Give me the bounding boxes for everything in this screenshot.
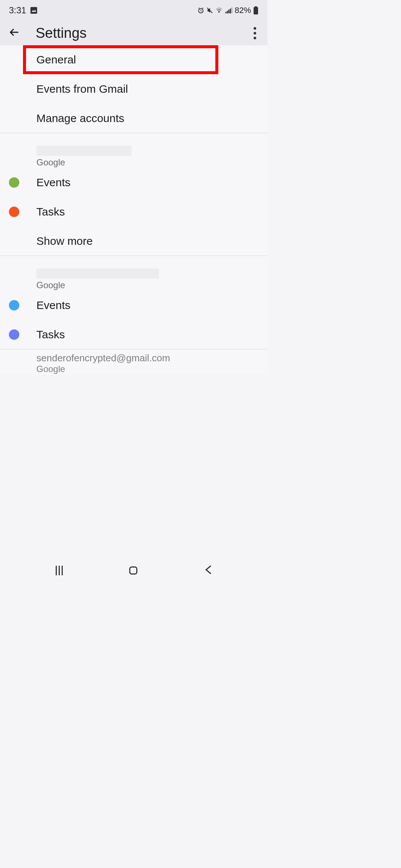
settings-item-events-gmail[interactable]: Events from Gmail	[0, 74, 267, 103]
settings-item-label: Events from Gmail	[36, 83, 128, 95]
calendar-color-dot	[9, 177, 19, 188]
calendar-color-dot	[9, 300, 19, 310]
account-section-1: Google Events Tasks Show more	[0, 133, 267, 256]
top-section: General Events from Gmail Manage account…	[0, 45, 267, 133]
status-bar: 3:31 82%	[0, 0, 267, 21]
svg-rect-5	[228, 10, 229, 13]
calendar-color-dot	[9, 207, 19, 217]
battery-icon	[253, 6, 258, 14]
settings-item-label: Manage accounts	[36, 112, 124, 125]
back-arrow-icon[interactable]	[8, 26, 20, 40]
svg-point-2	[218, 12, 219, 13]
calendar-item-tasks[interactable]: Tasks	[0, 320, 267, 349]
svg-rect-8	[255, 6, 257, 7]
more-icon[interactable]	[251, 24, 259, 42]
account-provider-label: Google	[36, 280, 267, 290]
svg-rect-0	[30, 7, 37, 14]
svg-rect-10	[254, 9, 257, 14]
calendar-item-events[interactable]: Events	[0, 290, 267, 320]
account-email-partial: senderofencrypted@gmail.com	[0, 349, 267, 364]
calendar-item-label: Tasks	[36, 206, 65, 218]
nav-home-icon[interactable]	[129, 566, 137, 575]
svg-rect-6	[230, 9, 231, 13]
account-section-3-partial: senderofencrypted@gmail.com Google	[0, 349, 267, 374]
svg-rect-3	[225, 12, 226, 13]
nav-recent-icon[interactable]	[56, 566, 63, 575]
battery-percent: 82%	[235, 6, 251, 15]
settings-item-manage-accounts[interactable]: Manage accounts	[0, 103, 267, 133]
calendar-color-dot	[9, 329, 19, 340]
signal-icon	[225, 7, 232, 13]
redacted-email	[36, 269, 159, 279]
calendar-item-label: Events	[36, 299, 71, 312]
status-left: 3:31	[9, 5, 38, 16]
status-right: 82%	[198, 6, 258, 15]
calendar-item-label: Events	[36, 176, 71, 189]
account-provider-partial: Google	[0, 364, 267, 374]
page-title: Settings	[36, 25, 251, 41]
account-header: Google	[0, 133, 267, 168]
settings-item-general[interactable]: General	[26, 48, 215, 71]
account-header: Google	[0, 256, 267, 290]
mute-icon	[206, 7, 213, 14]
settings-item-label: General	[36, 53, 76, 66]
svg-rect-7	[231, 7, 232, 13]
account-provider-label: Google	[36, 157, 267, 168]
app-bar: Settings	[0, 21, 267, 45]
show-more-label: Show more	[36, 235, 93, 247]
calendar-item-events[interactable]: Events	[0, 168, 267, 197]
content: General Events from Gmail Manage account…	[0, 45, 267, 374]
status-time: 3:31	[9, 5, 26, 16]
calendar-item-label: Tasks	[36, 328, 65, 341]
wifi-icon	[215, 7, 223, 13]
calendar-item-tasks[interactable]: Tasks	[0, 197, 267, 226]
alarm-icon	[198, 7, 204, 14]
highlight-annotation: General	[23, 45, 218, 74]
gallery-icon	[30, 7, 38, 14]
account-section-2: Google Events Tasks	[0, 256, 267, 349]
navigation-bar	[0, 562, 267, 579]
nav-back-icon[interactable]	[204, 565, 212, 576]
svg-rect-4	[227, 11, 228, 13]
redacted-email	[36, 146, 131, 156]
show-more-button[interactable]: Show more	[0, 226, 267, 256]
